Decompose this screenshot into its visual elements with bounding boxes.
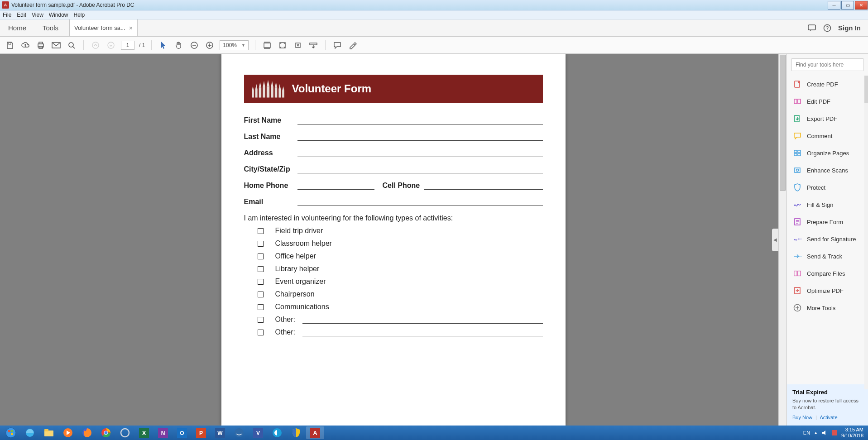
input-cell-phone[interactable]: [424, 182, 542, 190]
tool-item-optimize-pdf[interactable]: Optimize PDF: [789, 282, 866, 299]
tray-volume-icon[interactable]: [821, 430, 828, 436]
checkbox[interactable]: [258, 330, 264, 335]
signin-button[interactable]: Sign In: [838, 24, 861, 32]
zoom-select[interactable]: 100%▼: [220, 40, 249, 50]
taskbar-media-icon[interactable]: [59, 426, 77, 439]
input-last-name[interactable]: [297, 133, 543, 141]
page-number-input[interactable]: [121, 41, 134, 50]
tools-button[interactable]: Tools: [34, 19, 67, 36]
tool-item-label: Prepare Form: [807, 219, 843, 225]
checkbox[interactable]: [258, 253, 264, 259]
tool-item-create-pdf[interactable]: Create PDF: [789, 76, 866, 93]
maximize-button[interactable]: ▭: [841, 1, 854, 10]
input-address[interactable]: [297, 149, 543, 157]
compare-icon: [793, 269, 801, 277]
taskbar-word-icon[interactable]: W: [211, 426, 229, 439]
taskbar-acrobat-icon[interactable]: A: [306, 426, 324, 439]
svg-text:O: O: [180, 430, 184, 436]
tool-item-fill-sign[interactable]: Fill & Sign: [789, 196, 866, 213]
notification-icon[interactable]: [807, 24, 816, 33]
tool-item-export-pdf[interactable]: Export PDF: [789, 110, 866, 127]
checkbox[interactable]: [258, 292, 264, 297]
taskbar-ie-icon[interactable]: [21, 426, 39, 439]
checkbox[interactable]: [258, 228, 264, 234]
zoom-in-icon[interactable]: [204, 40, 215, 51]
tool-item-send-for-signature[interactable]: Send for Signature: [789, 230, 866, 248]
input-email[interactable]: [297, 198, 543, 206]
taskbar-outlook-icon[interactable]: O: [173, 426, 191, 439]
taskbar-firefox-icon[interactable]: [78, 426, 96, 439]
read-mode-icon[interactable]: [308, 40, 319, 51]
search-icon[interactable]: [66, 40, 77, 51]
tool-item-comment[interactable]: Comment: [789, 127, 866, 144]
taskbar-onenote-icon[interactable]: N: [154, 426, 172, 439]
start-button[interactable]: [2, 426, 20, 439]
comment-icon[interactable]: [332, 40, 343, 51]
trial-activate-link[interactable]: Activate: [820, 415, 837, 420]
tool-item-edit-pdf[interactable]: Edit PDF: [789, 93, 866, 110]
tray-clock[interactable]: 3:15 AM 9/10/2018: [841, 427, 863, 438]
input-first-name[interactable]: [297, 116, 543, 124]
activities-intro: I am interested in volunteering for the …: [244, 214, 543, 222]
checkbox[interactable]: [258, 266, 264, 272]
taskbar-cortana-icon[interactable]: [116, 426, 134, 439]
trial-buy-link[interactable]: Buy Now: [792, 415, 812, 420]
tool-item-compare-files[interactable]: Compare Files: [789, 265, 866, 282]
menu-file[interactable]: File: [3, 12, 11, 18]
fit-width-icon[interactable]: [262, 40, 273, 51]
menu-edit[interactable]: Edit: [17, 12, 26, 18]
tab-close-icon[interactable]: ×: [129, 24, 133, 32]
taskbar-visio-icon[interactable]: V: [249, 426, 267, 439]
checkbox[interactable]: [258, 241, 264, 247]
print-icon[interactable]: [35, 40, 46, 51]
rotate-icon[interactable]: [293, 40, 303, 51]
pointer-icon[interactable]: [158, 40, 169, 51]
tray-language[interactable]: EN: [803, 430, 810, 435]
tool-item-prepare-form[interactable]: Prepare Form: [789, 213, 866, 230]
tray-flag-icon[interactable]: [831, 430, 838, 436]
highlight-icon[interactable]: [347, 40, 358, 51]
zoom-out-icon[interactable]: [189, 40, 200, 51]
minimize-button[interactable]: ─: [828, 1, 840, 10]
email-icon[interactable]: [51, 40, 62, 51]
taskbar-security-icon[interactable]: [287, 426, 305, 439]
home-button[interactable]: Home: [0, 19, 34, 36]
input-home-phone[interactable]: [297, 182, 374, 190]
tool-item-label: Organize Pages: [807, 150, 849, 157]
menu-help[interactable]: Help: [74, 12, 85, 18]
checkbox[interactable]: [258, 317, 264, 323]
fit-page-icon[interactable]: [277, 40, 288, 51]
page-up-icon[interactable]: [90, 40, 101, 51]
help-icon[interactable]: ?: [823, 24, 832, 33]
tray-up-icon[interactable]: ▲: [814, 430, 818, 435]
taskbar-thunderbird-icon[interactable]: [230, 426, 248, 439]
tool-item-more-tools[interactable]: More Tools: [789, 299, 866, 316]
tool-item-enhance-scans[interactable]: Enhance Scans: [789, 162, 866, 179]
checkbox[interactable]: [258, 279, 264, 285]
page-down-icon[interactable]: [106, 40, 116, 51]
taskbar-explorer-icon[interactable]: [40, 426, 58, 439]
input-other[interactable]: [302, 316, 543, 324]
tool-item-organize-pages[interactable]: Organize Pages: [789, 144, 866, 162]
cloud-icon[interactable]: [20, 40, 31, 51]
input-other[interactable]: [302, 328, 543, 336]
right-flyout-handle[interactable]: ◀: [772, 229, 778, 251]
save-icon[interactable]: [5, 40, 15, 51]
taskbar-chrome-icon[interactable]: [97, 426, 115, 439]
tool-item-protect[interactable]: Protect: [789, 179, 866, 196]
taskbar-openoffice-icon[interactable]: [268, 426, 286, 439]
tool-item-send-track[interactable]: Send & Track: [789, 248, 866, 265]
input-city-state-zip[interactable]: [297, 165, 543, 173]
doc-scrollbar[interactable]: [778, 54, 786, 426]
tools-search-input[interactable]: [791, 58, 863, 71]
menu-view[interactable]: View: [32, 12, 43, 18]
hand-icon[interactable]: [173, 40, 184, 51]
close-button[interactable]: ✕: [855, 1, 868, 10]
taskbar-excel-icon[interactable]: X: [135, 426, 153, 439]
taskbar-powerpoint-icon[interactable]: P: [192, 426, 210, 439]
document-viewport[interactable]: Volunteer Form First Name Last Name Addr…: [0, 54, 786, 426]
menu-window[interactable]: Window: [49, 12, 68, 18]
tools-scrollbar[interactable]: [864, 76, 868, 389]
checkbox[interactable]: [258, 304, 264, 310]
document-tab[interactable]: Volunteer form sa... ×: [69, 19, 138, 36]
